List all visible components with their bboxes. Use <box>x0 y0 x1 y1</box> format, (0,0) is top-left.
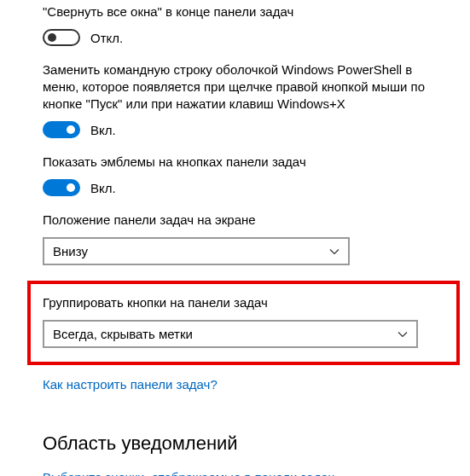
toggle-row-peek: Откл. <box>43 29 444 46</box>
toggle-row-badges: Вкл. <box>43 179 444 196</box>
toggle-knob <box>67 125 75 134</box>
toggle-badges-state: Вкл. <box>90 181 116 195</box>
setting-position: Положение панели задач на экране Внизу <box>43 212 444 265</box>
setting-grouping-label: Группировать кнопки на панели задач <box>43 294 444 311</box>
setting-powershell: Заменить командную строку оболочкой Wind… <box>43 61 444 138</box>
dropdown-grouping-value: Всегда, скрывать метки <box>53 327 193 341</box>
link-select-icons[interactable]: Выберите значки, отображаемые в панели з… <box>43 470 334 476</box>
toggle-peek-state: Откл. <box>90 31 123 45</box>
chevron-down-icon <box>397 329 408 340</box>
toggle-knob <box>67 183 75 192</box>
setting-badges-label: Показать эмблемы на кнопках панели задач <box>43 154 444 171</box>
highlight-grouping: Группировать кнопки на панели задач Всег… <box>27 281 460 365</box>
setting-position-label: Положение панели задач на экране <box>43 212 444 229</box>
chevron-down-icon <box>329 247 339 257</box>
toggle-powershell[interactable] <box>43 121 80 138</box>
dropdown-position[interactable]: Внизу <box>43 237 350 265</box>
toggle-knob <box>48 33 56 42</box>
link-how-to-customize[interactable]: Как настроить панели задач? <box>43 377 218 392</box>
setting-peek: "Свернуть все окна" в конце панели задач… <box>43 3 444 46</box>
setting-peek-label: "Свернуть все окна" в конце панели задач <box>43 3 444 20</box>
toggle-peek[interactable] <box>43 29 80 46</box>
toggle-powershell-state: Вкл. <box>90 123 116 137</box>
toggle-badges[interactable] <box>43 179 80 196</box>
setting-powershell-label: Заменить командную строку оболочкой Wind… <box>43 61 444 113</box>
dropdown-grouping[interactable]: Всегда, скрывать метки <box>43 320 418 348</box>
heading-notification-area: Область уведомлений <box>43 432 444 455</box>
setting-badges: Показать эмблемы на кнопках панели задач… <box>43 154 444 196</box>
dropdown-position-value: Внизу <box>53 244 88 258</box>
toggle-row-powershell: Вкл. <box>43 121 444 138</box>
